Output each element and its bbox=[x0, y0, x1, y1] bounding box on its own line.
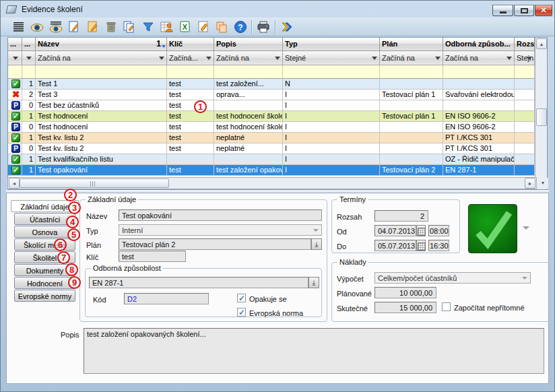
vypocet-select[interactable]: Celkem/počet účastníků bbox=[374, 272, 531, 284]
table-row[interactable]: P0Test kv. listu 2testneplatnéIPT I./KCS… bbox=[8, 143, 535, 154]
cell-plan[interactable]: Testovací plán 1 bbox=[380, 111, 443, 122]
cell-plan[interactable] bbox=[380, 143, 443, 154]
cell-rozsah[interactable] bbox=[515, 90, 535, 100]
klic-field[interactable]: test bbox=[119, 251, 186, 262]
filter-cell[interactable]: Začíná na bbox=[380, 51, 443, 65]
cell-nazev[interactable]: Test hodnocení bbox=[36, 111, 167, 122]
horizontal-scrollbar[interactable]: ◄ ► bbox=[7, 177, 537, 189]
cell-rozsah[interactable] bbox=[515, 143, 535, 154]
cell-plan[interactable]: Testovací plán 1 bbox=[380, 90, 443, 100]
cell-plan[interactable] bbox=[380, 79, 443, 90]
cell-klic[interactable]: test bbox=[167, 100, 214, 111]
excel-export-icon[interactable]: X bbox=[178, 20, 193, 34]
od-time-field[interactable]: 08:00 bbox=[428, 225, 449, 236]
filter-cell[interactable]: Začíná na bbox=[443, 51, 515, 65]
filter-cell[interactable]: Stejn bbox=[515, 51, 535, 65]
cell-typ[interactable]: N bbox=[283, 79, 380, 90]
cell-odborna[interactable] bbox=[443, 100, 515, 111]
search-input-cell[interactable] bbox=[167, 65, 214, 79]
cell-odborna[interactable] bbox=[443, 79, 515, 90]
vertical-scroll-thumb[interactable] bbox=[536, 108, 547, 126]
eye-columns-icon[interactable] bbox=[48, 20, 63, 34]
filter-funnel-icon[interactable] bbox=[141, 20, 156, 34]
cell-odborna[interactable]: EN ISO 9606-2 bbox=[443, 111, 515, 122]
cell-count[interactable]: 1 bbox=[22, 111, 36, 122]
cell-status[interactable]: ✓ bbox=[8, 133, 22, 143]
tab-hodnocen-[interactable]: Hodnocení bbox=[14, 277, 75, 289]
nazev-field[interactable]: Test opakování bbox=[119, 209, 322, 221]
column-header[interactable]: Popis bbox=[214, 38, 283, 51]
cell-klic[interactable]: test bbox=[167, 133, 214, 143]
cell-status[interactable]: ✓ bbox=[8, 165, 22, 176]
cell-klic[interactable]: test bbox=[167, 165, 214, 176]
cell-status[interactable]: ✓ bbox=[8, 111, 22, 122]
eye-icon[interactable] bbox=[30, 20, 44, 34]
cell-nazev[interactable]: Test 3 bbox=[36, 90, 167, 100]
cell-odborna[interactable]: Svařování elektrodou bbox=[443, 90, 515, 100]
column-header[interactable]: Klíč bbox=[167, 38, 214, 51]
search-input-cell[interactable] bbox=[515, 65, 535, 79]
filter-cell[interactable]: Začíná na bbox=[36, 51, 167, 65]
cell-rozsah[interactable] bbox=[515, 154, 535, 165]
column-header[interactable]: Odborná způsob... bbox=[443, 38, 515, 51]
cell-nazev[interactable]: Test hodnocení bbox=[36, 122, 167, 133]
filter-cell[interactable] bbox=[22, 51, 36, 65]
table-row[interactable]: ✖2Test 3testoprava...ITestovací plán 1Sv… bbox=[8, 90, 535, 100]
cell-popis[interactable]: oprava... bbox=[214, 90, 283, 100]
popis-field[interactable]: test založení opakovaných školení... bbox=[84, 328, 544, 374]
cell-popis[interactable] bbox=[214, 154, 283, 165]
cell-rozsah[interactable] bbox=[515, 79, 535, 90]
typ-select[interactable]: Interní bbox=[119, 224, 322, 236]
scroll-down-button[interactable]: ▼ bbox=[537, 178, 548, 189]
norma-picker-button[interactable]: ⤓ bbox=[308, 277, 319, 288]
delete-trash-icon[interactable] bbox=[104, 20, 119, 34]
cell-popis[interactable]: test hodnocení školení bbox=[214, 111, 283, 122]
edit-note-icon[interactable] bbox=[196, 20, 211, 34]
cell-count[interactable]: 0 bbox=[22, 143, 36, 154]
cell-nazev[interactable]: Test bez účastníků bbox=[36, 100, 167, 111]
table-row[interactable]: P0Test bez účastníkůtestI bbox=[8, 100, 535, 111]
evropska-norma-checkbox[interactable] bbox=[237, 308, 246, 317]
table-row[interactable]: ✓1Test kvalifikačního listuIOZ - Řidič m… bbox=[8, 154, 535, 165]
search-input-cell[interactable] bbox=[283, 65, 380, 79]
cell-rozsah[interactable] bbox=[515, 133, 535, 143]
cell-plan[interactable] bbox=[380, 154, 443, 165]
cell-status[interactable]: P bbox=[8, 122, 22, 133]
scroll-right-button[interactable]: ► bbox=[525, 178, 535, 189]
new-document-icon[interactable] bbox=[67, 20, 81, 34]
cell-plan[interactable] bbox=[380, 122, 443, 133]
cell-nazev[interactable]: Test kv. listu 2 bbox=[36, 143, 167, 154]
cell-klic[interactable]: test bbox=[167, 111, 214, 122]
search-input-cell[interactable] bbox=[443, 65, 515, 79]
cell-rozsah[interactable] bbox=[515, 111, 535, 122]
horizontal-scroll-thumb[interactable] bbox=[20, 178, 169, 188]
edit-document-icon[interactable] bbox=[86, 20, 100, 34]
column-header[interactable]: ... bbox=[22, 38, 36, 51]
cell-nazev[interactable]: Test 1 bbox=[36, 79, 167, 90]
column-header[interactable]: Rozs bbox=[515, 38, 535, 51]
cell-count[interactable]: 1 bbox=[22, 133, 36, 143]
zapocitat-checkbox[interactable] bbox=[442, 302, 451, 311]
cell-status[interactable]: ✓ bbox=[8, 154, 22, 165]
cell-typ[interactable]: I bbox=[283, 165, 380, 176]
table-row[interactable]: P0Test hodnocenítesttest hodnocení škole… bbox=[8, 122, 535, 133]
rozsah-field[interactable]: 2 bbox=[374, 210, 428, 222]
search-input-cell[interactable] bbox=[22, 65, 36, 79]
cell-plan[interactable]: Testovací plán 2 bbox=[380, 165, 443, 176]
image-dropdown-icon[interactable] bbox=[523, 226, 529, 230]
filter-cell[interactable]: Stejné bbox=[283, 51, 380, 65]
tab-evropsk-normy[interactable]: Evropské normy bbox=[14, 290, 75, 302]
cell-odborna[interactable]: EN ISO 9606-2 bbox=[443, 122, 515, 133]
filter-cell[interactable]: Začíná... bbox=[167, 51, 214, 65]
help-icon[interactable]: ? bbox=[233, 20, 248, 34]
cell-rozsah[interactable] bbox=[515, 122, 535, 133]
cell-status[interactable]: ✖ bbox=[8, 90, 22, 100]
cell-count[interactable]: 0 bbox=[22, 122, 36, 133]
cell-nazev[interactable]: Test opakování bbox=[36, 165, 167, 176]
cell-klic[interactable]: test bbox=[167, 79, 214, 90]
do-date-field[interactable]: 05.07.2013 bbox=[374, 240, 416, 251]
filter-cell[interactable] bbox=[8, 51, 22, 65]
planovane-field[interactable]: 10 000,00 bbox=[374, 287, 436, 298]
cell-odborna[interactable]: EN 287-1 bbox=[443, 165, 515, 176]
cell-typ[interactable]: I bbox=[283, 143, 380, 154]
